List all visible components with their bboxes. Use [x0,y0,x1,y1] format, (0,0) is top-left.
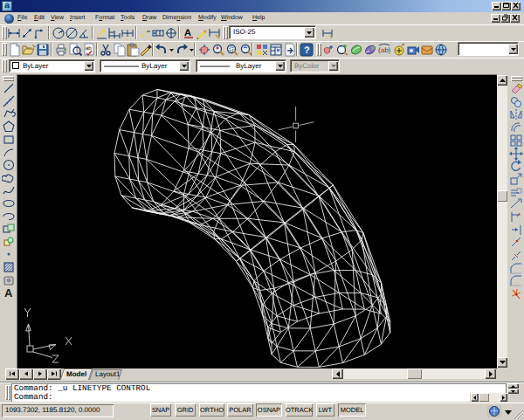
svg-text:(ab): (ab) [378,46,391,54]
svg-text:A: A [4,286,13,300]
svg-text:?: ? [304,45,310,56]
